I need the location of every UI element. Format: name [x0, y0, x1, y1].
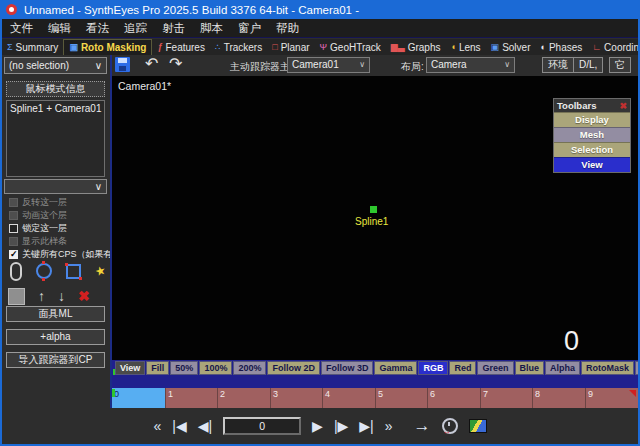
tab-coordinates[interactable]: ∟Coordinates [587, 40, 640, 55]
view-bar: View Fill 50% 100% 200% Follow 2D Follow… [112, 360, 638, 375]
follow-2d-button[interactable]: Follow 2D [267, 361, 320, 375]
menu-help[interactable]: 帮助 [276, 21, 299, 36]
menu-edit[interactable]: 编辑 [48, 21, 71, 36]
alpha-channel-button[interactable]: Alpha [545, 361, 580, 375]
checkbox-key-all-cps[interactable]: 关键所有CPS（如果有） [9, 249, 122, 260]
dl-button[interactable]: D/L, [573, 57, 603, 73]
toolbars-item-mesh[interactable]: Mesh [554, 127, 630, 142]
redo-button[interactable]: ↷ [169, 54, 182, 73]
feather-icon: ƒ [157, 43, 162, 52]
menu-script[interactable]: 脚本 [200, 21, 223, 36]
mouse-mode-info-button[interactable]: 鼠标模式信息 [6, 81, 105, 97]
frame-segment[interactable]: 8 [532, 388, 585, 408]
undo-button[interactable]: ↶ [145, 54, 158, 73]
rgb-button[interactable]: RGB [418, 361, 448, 375]
toolbars-item-selection[interactable]: Selection [554, 142, 630, 157]
menu-file[interactable]: 文件 [10, 21, 33, 36]
playback-timing-clock-icon[interactable] [442, 418, 458, 434]
tab-planar[interactable]: □Planar [267, 40, 314, 55]
fast-forward-button[interactable]: » [385, 419, 393, 433]
play-button[interactable]: ▶ [312, 419, 323, 433]
camera-viewport[interactable]: Camera01* Spline1 0 Toolbars ✖ Display M… [112, 76, 638, 360]
frame-segment[interactable]: 1 [165, 388, 217, 408]
active-host-dropdown[interactable]: Camera01 ∨ [287, 57, 370, 73]
frame-segment[interactable]: 4 [322, 388, 375, 408]
tab-summary[interactable]: ΣSummary [2, 40, 63, 55]
checkbox-lock-layer[interactable]: 锁定这一层 [9, 223, 67, 234]
tab-solver[interactable]: ▣Solver [486, 40, 536, 55]
it-button[interactable]: 它 [609, 57, 631, 73]
spline-list[interactable]: Spline1 + Camera01 [6, 100, 105, 177]
toolbars-item-display[interactable]: Display [554, 112, 630, 127]
save-icon[interactable] [115, 57, 130, 72]
panel-divider [110, 55, 112, 408]
ram-preview-icon[interactable] [469, 419, 487, 433]
capsule-spline-tool-icon[interactable] [10, 262, 22, 281]
frame-segment-current[interactable]: 0 [112, 388, 165, 408]
jump-to-start-button[interactable]: |◀ [172, 419, 186, 433]
rectangle-spline-tool-icon[interactable] [66, 264, 81, 279]
zoom-100-button[interactable]: 100% [199, 361, 232, 375]
frame-segment[interactable]: 5 [375, 388, 427, 408]
toolbars-item-view[interactable]: View [554, 157, 630, 172]
menu-view[interactable]: 看法 [86, 21, 109, 36]
frame-segment[interactable]: 7 [480, 388, 532, 408]
tab-graphs[interactable]: ▆▃Graphs [386, 40, 446, 55]
import-trackers-to-cp-button[interactable]: 导入跟踪器到CP [6, 352, 105, 368]
jump-to-end-button[interactable]: ▶| [359, 419, 373, 433]
checkbox-animate-layer[interactable]: 动画这个层 [9, 210, 67, 221]
tab-bar: ΣSummary ▣Roto Masking ƒFeatures ∴Tracke… [0, 39, 640, 56]
current-frame-marker [112, 389, 115, 397]
rewind-button[interactable]: « [154, 419, 162, 433]
move-up-icon[interactable]: ↑ [38, 288, 45, 304]
zoom-200-button[interactable]: 200% [233, 361, 266, 375]
layer-color-swatch[interactable] [8, 288, 25, 305]
selection-dropdown[interactable]: (no selection) ∨ [4, 57, 107, 74]
move-down-icon[interactable]: ↓ [58, 288, 65, 304]
view-button[interactable]: View [115, 361, 145, 375]
playbar-strip[interactable]: View Fill 50% 100% 200% Follow 2D Follow… [112, 360, 638, 388]
tab-trackers[interactable]: ∴Trackers [210, 40, 267, 55]
tab-roto-masking[interactable]: ▣Roto Masking [63, 39, 152, 56]
close-icon[interactable]: ✖ [619, 101, 627, 111]
menu-shot[interactable]: 射击 [162, 21, 185, 36]
environment-button[interactable]: 环境 [542, 57, 574, 73]
layout-dropdown[interactable]: Camera ∨ [426, 57, 515, 73]
step-forward-button[interactable]: |▶ [334, 419, 348, 433]
frame-segment[interactable]: 6 [427, 388, 480, 408]
menu-window[interactable]: 窗户 [238, 21, 261, 36]
tab-phases[interactable]: ◐Phases [535, 40, 587, 55]
tab-lens[interactable]: ◖Lens [445, 40, 485, 55]
toolbars-panel-header[interactable]: Toolbars ✖ [554, 99, 630, 112]
circle-spline-tool-icon[interactable] [36, 263, 52, 279]
rotomask-button[interactable]: RotoMask [581, 361, 634, 375]
timeline-ruler[interactable]: 0 1 2 3 4 5 6 7 8 9 [112, 388, 638, 408]
fill-button[interactable]: Fill [146, 361, 169, 375]
gamma-button[interactable]: Gamma [374, 361, 417, 375]
frame-segment[interactable]: 3 [270, 388, 322, 408]
tab-geohtrack[interactable]: ΨGeoHTrack [315, 40, 386, 55]
red-channel-button[interactable]: Red [449, 361, 476, 375]
blue-channel-button[interactable]: Blue [515, 361, 545, 375]
spline-tracker-point[interactable] [370, 206, 377, 213]
checkbox-show-spline[interactable]: 显示此样条 [9, 236, 67, 247]
zoom-50-button[interactable]: 50% [170, 361, 198, 375]
frame-number-field[interactable]: 0 [223, 417, 301, 435]
follow-3d-button[interactable]: Follow 3D [321, 361, 374, 375]
magic-wand-tool-icon[interactable]: ★ [93, 263, 107, 279]
green-channel-button[interactable]: Green [477, 361, 513, 375]
layer-dropdown[interactable]: ∨ [4, 179, 107, 194]
list-item[interactable]: Spline1 + Camera01 [7, 101, 104, 116]
checkbox-invert-layer[interactable]: 反转这一层 [9, 197, 67, 208]
timeline-end-marker [629, 390, 636, 397]
step-back-button[interactable]: ◀| [198, 419, 212, 433]
menu-track[interactable]: 追踪 [124, 21, 147, 36]
layout-label: 布局: [401, 60, 424, 74]
mask-ml-button[interactable]: 面具ML [6, 306, 105, 322]
goto-frame-button[interactable]: → [414, 419, 431, 433]
add-alpha-button[interactable]: +alpha [6, 329, 105, 345]
tab-features[interactable]: ƒFeatures [152, 40, 209, 55]
delete-icon[interactable]: ✖ [78, 288, 90, 304]
frame-segment[interactable]: 2 [217, 388, 270, 408]
frame-counter-display: 0 [564, 326, 579, 357]
